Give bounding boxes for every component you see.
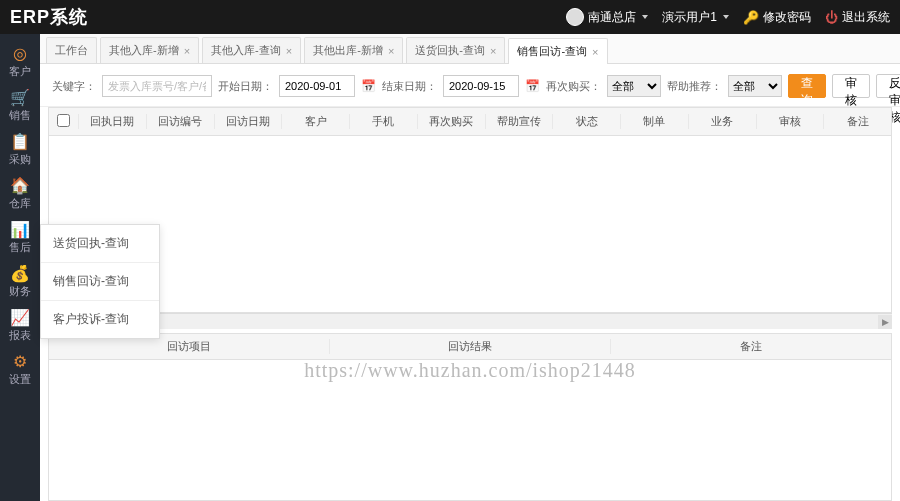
- store-selector[interactable]: 南通总店: [566, 8, 648, 26]
- sidebar-item-aftersales[interactable]: 📊售后: [0, 216, 40, 260]
- approve-button[interactable]: 审核: [832, 74, 870, 98]
- sidebar-item-warehouse[interactable]: 🏠仓库: [0, 172, 40, 216]
- filter-bar: 关键字： 开始日期： 📅 结束日期： 📅 再次购买： 全部 帮助推荐： 全部 查…: [40, 64, 900, 107]
- tab-workbench[interactable]: 工作台: [46, 37, 97, 63]
- tab-delivery-receipt[interactable]: 送货回执-查询×: [406, 37, 505, 63]
- sidebar-item-finance[interactable]: 💰财务: [0, 260, 40, 304]
- chevron-down-icon: [723, 15, 729, 19]
- flyout-item-delivery-receipt[interactable]: 送货回执-查询: [41, 225, 159, 263]
- end-date-input[interactable]: [443, 75, 519, 97]
- close-icon[interactable]: ×: [592, 46, 598, 58]
- flyout-item-complaint[interactable]: 客户投诉-查询: [41, 301, 159, 338]
- tab-sales-visit-query[interactable]: 销售回访-查询×: [508, 38, 607, 64]
- sidebar: ◎客户 🛒销售 📋采购 🏠仓库 📊售后 💰财务 📈报表 ⚙设置 送货回执-查询 …: [0, 34, 40, 501]
- unapprove-button[interactable]: 反审核: [876, 74, 900, 98]
- tab-bar: 工作台 其他入库-新增× 其他入库-查询× 其他出库-新增× 送货回执-查询× …: [40, 34, 900, 64]
- calendar-icon[interactable]: 📅: [525, 79, 540, 93]
- key-icon: 🔑: [743, 10, 759, 25]
- scroll-track[interactable]: [62, 315, 878, 329]
- col-visit-result: 回访结果: [330, 339, 611, 354]
- avatar-icon: [566, 8, 584, 26]
- detail-table-header: 回访项目 回访结果 备注: [49, 334, 891, 360]
- col-customer: 客户: [282, 114, 350, 129]
- home-icon: 🏠: [10, 178, 30, 194]
- col-visit-item: 回访项目: [49, 339, 330, 354]
- start-date-label: 开始日期：: [218, 79, 273, 94]
- close-icon[interactable]: ×: [184, 45, 190, 57]
- chart-icon: 📊: [10, 222, 30, 238]
- tab-other-in-query[interactable]: 其他入库-查询×: [202, 37, 301, 63]
- close-icon[interactable]: ×: [490, 45, 496, 57]
- money-icon: 💰: [10, 266, 30, 282]
- chevron-down-icon: [642, 15, 648, 19]
- table-body: [49, 136, 891, 312]
- gear-icon: ⚙: [13, 354, 27, 370]
- sidebar-item-sales[interactable]: 🛒销售: [0, 84, 40, 128]
- user-name: 演示用户1: [662, 9, 717, 26]
- sidebar-item-customer[interactable]: ◎客户: [0, 40, 40, 84]
- app-header: ERP系统 南通总店 演示用户1 🔑 修改密码 ⏻ 退出系统: [0, 0, 900, 34]
- sidebar-item-report[interactable]: 📈报表: [0, 304, 40, 348]
- sidebar-item-settings[interactable]: ⚙设置: [0, 348, 40, 392]
- search-button[interactable]: 查询: [788, 74, 826, 98]
- flyout-item-sales-visit[interactable]: 销售回访-查询: [41, 263, 159, 301]
- start-date-input[interactable]: [279, 75, 355, 97]
- promo-select[interactable]: 全部: [728, 75, 782, 97]
- col-remark: 备注: [824, 114, 891, 129]
- detail-table-body: [49, 360, 891, 500]
- keyword-input[interactable]: [102, 75, 212, 97]
- clipboard-icon: 📋: [10, 134, 30, 150]
- col-approver: 审核: [757, 114, 825, 129]
- change-password-label: 修改密码: [763, 9, 811, 26]
- col-detail-remark: 备注: [611, 339, 891, 354]
- col-repurchase: 再次购买: [418, 114, 486, 129]
- main-table: 回执日期 回访编号 回访日期 客户 手机 再次购买 帮助宣传 状态 制单 业务 …: [48, 107, 892, 313]
- col-promo: 帮助宣传: [486, 114, 554, 129]
- power-icon: ⏻: [825, 10, 838, 25]
- select-all-checkbox[interactable]: [57, 114, 70, 127]
- repurchase-label: 再次购买：: [546, 79, 601, 94]
- tab-other-out-new[interactable]: 其他出库-新增×: [304, 37, 403, 63]
- user-menu[interactable]: 演示用户1: [662, 9, 729, 26]
- change-password-button[interactable]: 🔑 修改密码: [743, 9, 811, 26]
- tab-other-in-new[interactable]: 其他入库-新增×: [100, 37, 199, 63]
- report-icon: 📈: [10, 310, 30, 326]
- repurchase-select[interactable]: 全部: [607, 75, 661, 97]
- main-area: 工作台 其他入库-新增× 其他入库-查询× 其他出库-新增× 送货回执-查询× …: [40, 34, 900, 501]
- col-status: 状态: [553, 114, 621, 129]
- end-date-label: 结束日期：: [382, 79, 437, 94]
- logout-button[interactable]: ⏻ 退出系统: [825, 9, 890, 26]
- app-logo: ERP系统: [10, 5, 88, 29]
- target-icon: ◎: [13, 46, 27, 62]
- aftersales-flyout: 送货回执-查询 销售回访-查询 客户投诉-查询: [40, 224, 160, 339]
- col-creator: 制单: [621, 114, 689, 129]
- keyword-label: 关键字：: [52, 79, 96, 94]
- col-receipt-date: 回执日期: [79, 114, 147, 129]
- logout-label: 退出系统: [842, 9, 890, 26]
- detail-table: 回访项目 回访结果 备注: [48, 333, 892, 501]
- sidebar-item-purchase[interactable]: 📋采购: [0, 128, 40, 172]
- close-icon[interactable]: ×: [388, 45, 394, 57]
- cart-icon: 🛒: [10, 90, 30, 106]
- calendar-icon[interactable]: 📅: [361, 79, 376, 93]
- col-visit-no: 回访编号: [147, 114, 215, 129]
- horizontal-scrollbar[interactable]: ◀ ▶: [48, 313, 892, 329]
- close-icon[interactable]: ×: [286, 45, 292, 57]
- col-phone: 手机: [350, 114, 418, 129]
- store-name: 南通总店: [588, 9, 636, 26]
- table-header: 回执日期 回访编号 回访日期 客户 手机 再次购买 帮助宣传 状态 制单 业务 …: [49, 108, 891, 136]
- select-all-column: [49, 114, 79, 129]
- col-visit-date: 回访日期: [215, 114, 283, 129]
- promo-label: 帮助推荐：: [667, 79, 722, 94]
- scroll-right-icon[interactable]: ▶: [878, 315, 892, 329]
- col-business: 业务: [689, 114, 757, 129]
